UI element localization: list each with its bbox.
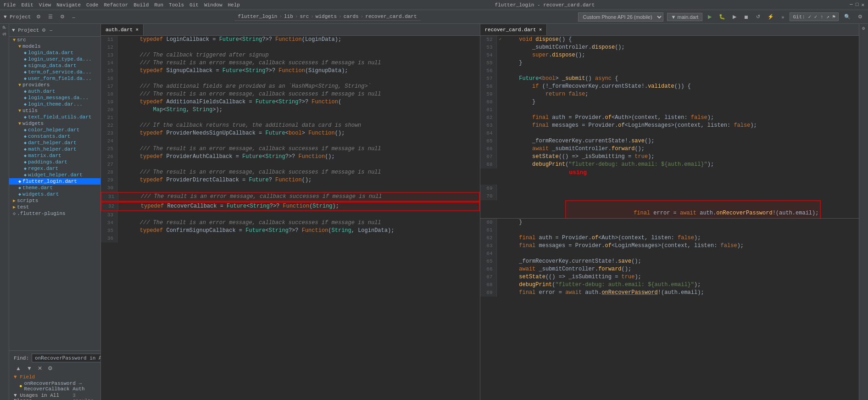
tab-recover-close[interactable]: ×: [539, 27, 542, 33]
debug-btn[interactable]: 🐛: [717, 13, 727, 21]
r-line-66: 66 await _submitController.forward();: [480, 145, 859, 153]
tree-item-widgets-dart[interactable]: ◆ widgets.dart: [9, 191, 100, 197]
left-toolbar: P S: [0, 24, 9, 400]
menu-view[interactable]: View: [39, 2, 51, 8]
find-input[interactable]: [32, 354, 101, 362]
toolbar-minimize-btn[interactable]: –: [70, 13, 77, 21]
tree-item-matrix[interactable]: ◆ matrix.dart: [9, 152, 100, 159]
menu-git[interactable]: Git: [189, 2, 199, 8]
tree-item-dart-helper[interactable]: ◆ dart_helper.dart: [9, 140, 100, 146]
stop-btn[interactable]: ⏹: [742, 13, 751, 21]
right-lower-editor[interactable]: 60 } 61 62: [480, 219, 859, 400]
rl-line-68: 68 debugPrint("flutter-debug: auth.email…: [480, 281, 859, 289]
tree-item-login-data[interactable]: ◆ login_data.dart: [9, 50, 100, 56]
left-code-area: 11 typedef LoginCallback = Future<String…: [101, 36, 480, 400]
dart-icon: ◆: [24, 159, 27, 165]
menu-refactor[interactable]: Refactor: [104, 2, 128, 8]
tree-item-user-form[interactable]: ◆ user_form_field.da...: [9, 75, 100, 82]
code-line-19: 19 typedef AdditionalFieldsCallback = Fu…: [101, 98, 480, 106]
reload-btn[interactable]: ↺: [754, 13, 762, 21]
tree-item-signup-data[interactable]: ◆ signup_data.dart: [9, 62, 100, 69]
toolbar-settings-btn[interactable]: ⚙: [34, 13, 43, 21]
result-on-recover[interactable]: ● onRecoverPassword → RecoverCallback Au…: [14, 380, 96, 392]
tab-recover-card[interactable]: recover_card.dart ×: [480, 24, 547, 35]
tab-auth-close[interactable]: ×: [135, 27, 139, 33]
tree-item-login-messages[interactable]: ◆ login_messages.da...: [9, 95, 100, 101]
left-code-scroll[interactable]: 11 typedef LoginCallback = Future<String…: [101, 36, 480, 400]
settings-btn[interactable]: ⚙: [856, 13, 864, 21]
tree-item-theme[interactable]: ◆ theme.dart: [9, 185, 100, 191]
tree-item-constants[interactable]: ◆ constants.dart: [9, 133, 100, 140]
breadcrumb-file[interactable]: recover_card.dart: [365, 14, 417, 19]
window-controls[interactable]: ─ □ ✕: [850, 2, 864, 8]
find-prev-btn[interactable]: ▲: [14, 364, 23, 372]
breadcrumb-widgets[interactable]: widgets: [316, 14, 337, 19]
menu-file[interactable]: File: [4, 2, 16, 8]
coverage-btn[interactable]: ▶: [731, 13, 738, 21]
tree-item-models[interactable]: ▼ models: [9, 43, 100, 50]
menu-window[interactable]: Window: [204, 2, 223, 8]
tree-item-providers[interactable]: ▼ providers: [9, 82, 100, 88]
menu-bar[interactable]: File Edit View Navigate Code Refactor Bu…: [4, 2, 240, 8]
close-btn[interactable]: ✕: [861, 2, 864, 8]
menu-edit[interactable]: Edit: [21, 2, 33, 8]
breadcrumb-lib[interactable]: lib: [284, 14, 293, 19]
menu-navigate[interactable]: Navigate: [56, 2, 81, 8]
tree-item-flutter-plugins[interactable]: ◇ .flutter-plugins: [9, 210, 100, 217]
tree-item-utils[interactable]: ▼ utils: [9, 107, 100, 114]
menu-help[interactable]: Help: [228, 2, 240, 8]
run-btn[interactable]: ▶: [706, 13, 713, 21]
run-main-dropdown[interactable]: ▼ main.dart: [667, 13, 703, 21]
structure-icon[interactable]: S: [2, 33, 7, 36]
tree-item-color-helper[interactable]: ◆ color_helper.dart: [9, 127, 100, 133]
tree-item-widget-helper[interactable]: ◆ widget_helper.dart: [9, 172, 100, 178]
tree-item-regex[interactable]: ◆ regex.dart: [9, 165, 100, 172]
tree-item-term-service[interactable]: ◆ term_of_service.da...: [9, 69, 100, 75]
dart-icon: ◆: [24, 127, 27, 133]
toolbar-list-btn[interactable]: ☰: [46, 13, 55, 21]
breadcrumb-src[interactable]: src: [300, 14, 309, 19]
right-upper-editor[interactable]: 52 ✓ void dispose() { 53 _submitControll…: [480, 36, 859, 219]
find-settings-btn[interactable]: ⚙: [46, 364, 55, 372]
find-next-btn[interactable]: ▼: [25, 364, 34, 372]
breadcrumb-flutter-login[interactable]: flutter_login: [238, 14, 278, 19]
menu-code[interactable]: Code: [86, 2, 98, 8]
project-icon[interactable]: P: [2, 26, 7, 29]
hot-reload-btn[interactable]: ⚡: [766, 13, 776, 21]
device-selector[interactable]: Custom Phone API 26 (mobile): [578, 12, 663, 22]
r-line-64: 64: [480, 130, 859, 137]
result-usages[interactable]: ▼ Usages in All Places 3 results: [14, 392, 96, 400]
r-line-68: 68 debugPrint("flutter-debug: auth.email…: [480, 161, 859, 185]
tree-item-paddings[interactable]: ◆ paddings.dart: [9, 159, 100, 165]
menu-run[interactable]: Run: [154, 2, 163, 8]
tree-item-math-helper[interactable]: ◆ math_helper.dart: [9, 146, 100, 152]
tree-item-widgets-folder[interactable]: ▼ widgets: [9, 120, 100, 127]
recover-field-icon: ●: [19, 383, 22, 389]
tree-item-login-theme[interactable]: ◆ login_theme.dar...: [9, 101, 100, 107]
search-everywhere-btn[interactable]: 🔍: [842, 13, 852, 21]
tree-item-textfield-utils[interactable]: ◆ text_field_utils.dart: [9, 114, 100, 120]
toolbar-gear-btn[interactable]: ⚙: [58, 13, 67, 21]
tree-item-login-user-type[interactable]: ◆ login_user_type.da...: [9, 56, 100, 62]
tree-item-flutter-login[interactable]: ◆ flutter_login.dart: [9, 178, 100, 185]
right-icon-1[interactable]: ⚙: [862, 26, 865, 31]
tree-item-auth[interactable]: ◆ auth.dart: [9, 88, 100, 95]
code-line-27: 27: [101, 161, 480, 169]
more-btn[interactable]: »: [779, 13, 786, 21]
tab-auth-dart[interactable]: auth.dart ×: [101, 24, 144, 35]
dart-icon: ◆: [24, 69, 27, 75]
sidebar-settings[interactable]: ⚙: [41, 28, 47, 33]
result-field[interactable]: ▼ Field: [14, 374, 96, 380]
menu-tools[interactable]: Tools: [169, 2, 184, 8]
sidebar-collapse[interactable]: –: [49, 28, 53, 33]
tree-item-scripts[interactable]: ▶ scripts: [9, 197, 100, 204]
minimize-btn[interactable]: ─: [850, 2, 853, 8]
find-close-x[interactable]: ✕: [36, 364, 44, 372]
tree-item-src[interactable]: ▼ src: [9, 37, 100, 43]
maximize-btn[interactable]: □: [856, 2, 859, 8]
tree-item-test[interactable]: ▶ test: [9, 204, 100, 210]
breadcrumb-cards[interactable]: cards: [344, 14, 359, 19]
main-toolbar: ▼ Project ⚙ ☰ ⚙ – flutter_login › lib › …: [0, 10, 868, 24]
menu-build[interactable]: Build: [134, 2, 149, 8]
tab-recover-label: recover_card.dart: [485, 27, 536, 33]
